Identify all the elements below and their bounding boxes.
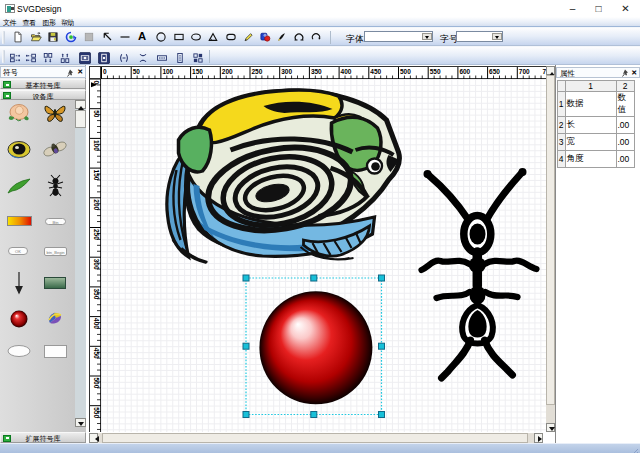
svg-text:450: 450 xyxy=(370,68,381,75)
svg-text:550: 550 xyxy=(93,407,100,418)
svg-text:50: 50 xyxy=(93,110,100,118)
svg-text:7: 7 xyxy=(542,68,546,75)
svg-text:550: 550 xyxy=(429,68,440,75)
svg-text:150: 150 xyxy=(93,170,100,181)
svg-text:350: 350 xyxy=(93,288,100,299)
svg-text:250: 250 xyxy=(93,229,100,240)
svg-text:200: 200 xyxy=(93,199,100,210)
svg-text:50: 50 xyxy=(132,68,140,75)
svg-text:500: 500 xyxy=(93,378,100,389)
svg-text:250: 250 xyxy=(251,68,262,75)
svg-text:0: 0 xyxy=(103,68,107,75)
svg-text:150: 150 xyxy=(192,68,203,75)
svg-text:300: 300 xyxy=(93,259,100,270)
svg-text:600: 600 xyxy=(459,68,470,75)
svg-text:400: 400 xyxy=(340,68,351,75)
svg-text:700: 700 xyxy=(518,68,529,75)
svg-text:450: 450 xyxy=(93,348,100,359)
svg-text:500: 500 xyxy=(400,68,411,75)
svg-text:A: A xyxy=(138,31,146,42)
svg-text:650: 650 xyxy=(489,68,500,75)
svg-text:350: 350 xyxy=(310,68,321,75)
svg-text:200: 200 xyxy=(221,68,232,75)
svg-text:300: 300 xyxy=(281,68,292,75)
svg-text:100: 100 xyxy=(162,68,173,75)
svg-text:100: 100 xyxy=(93,140,100,151)
svg-text:400: 400 xyxy=(93,318,100,329)
